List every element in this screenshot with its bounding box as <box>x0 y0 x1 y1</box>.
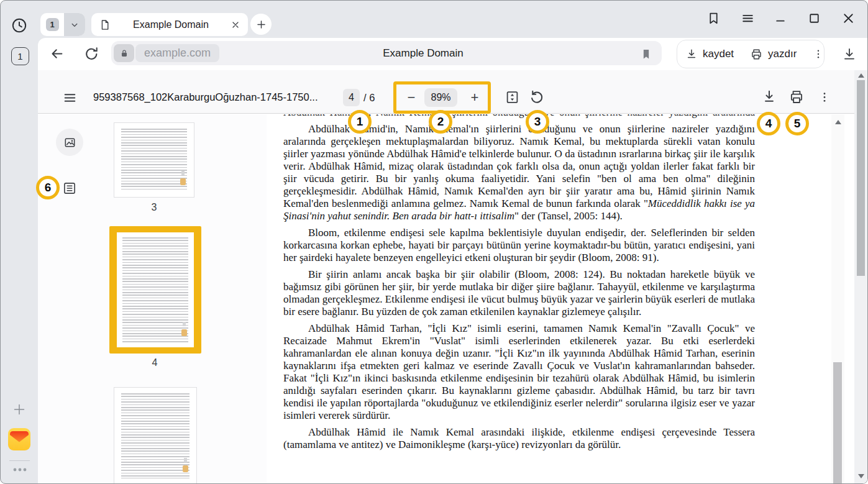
close-window-button[interactable] <box>841 11 857 27</box>
hamburger-icon <box>740 11 756 26</box>
thumbnail-content <box>121 393 190 478</box>
clock-icon <box>11 17 28 34</box>
bookmark-filled-icon <box>640 48 652 60</box>
tab-group-count[interactable]: 1 <box>40 13 64 36</box>
tab-close-icon[interactable] <box>231 20 240 30</box>
pdf-scrollbar-thumb[interactable] <box>833 362 842 484</box>
browser-tab[interactable]: Example Domain <box>91 13 248 36</box>
paragraph: Bir şiirin anlamı ancak başka bir şiir o… <box>283 268 755 318</box>
outline-list-button[interactable] <box>62 180 78 196</box>
chevron-down-icon <box>69 19 80 30</box>
thumbnail-label-3: 3 <box>142 202 167 213</box>
tab-group-expand-button[interactable] <box>64 13 85 36</box>
thumbnail-content <box>121 129 187 191</box>
more-actions-button[interactable] <box>805 40 832 68</box>
pdf-page-content: Abdülhak Hâmid'in, Namık Kemal'ın şiirle… <box>267 114 831 483</box>
picture-icon <box>63 135 77 150</box>
pdf-filename: 959387568_102KaraburguOğuzhan-1745-1750.… <box>93 91 318 103</box>
kebab-menu-icon <box>813 48 824 60</box>
history-button[interactable] <box>11 17 28 34</box>
annotation-badge-6: 6 <box>36 176 60 199</box>
mail-app-button[interactable] <box>8 428 30 450</box>
annotation-badge-5: 5 <box>785 112 809 135</box>
paragraph: Abdülhak Hâmid'in, Namık Kemal'ın şiirle… <box>283 123 755 222</box>
paragraph: Abdülhak Hâmid ile Namık Kemal arasındak… <box>283 426 755 451</box>
download-icon <box>841 46 857 62</box>
plus-icon <box>12 402 27 417</box>
rotate-button[interactable] <box>529 89 546 106</box>
maximize-icon <box>806 11 823 26</box>
browser-window: 1 Example Domain <box>0 0 868 484</box>
browser-scroll-up-arrow[interactable] <box>858 73 864 78</box>
annotation-badge-3: 3 <box>526 110 549 134</box>
sidebar-tab-counter[interactable]: 1 <box>11 47 29 65</box>
reload-button[interactable] <box>83 45 100 62</box>
page-count: / 6 <box>363 92 375 104</box>
pdf-print-button[interactable] <box>788 89 805 105</box>
mail-app-icon <box>8 428 30 450</box>
page-title: Example Domain <box>268 41 578 65</box>
image-view-button[interactable] <box>56 129 83 156</box>
print-label: yazdır <box>768 48 797 60</box>
download-icon <box>761 88 777 105</box>
plus-icon: + <box>471 89 479 106</box>
pdf-download-button[interactable] <box>761 88 777 105</box>
pdf-scroll-up-arrow[interactable] <box>835 120 841 124</box>
thumbnail-label-4: 4 <box>142 357 167 368</box>
annotation-badge-2: 2 <box>429 110 452 134</box>
thumbnail-page-3[interactable] <box>114 122 194 198</box>
paragraph: Abdülhak Hâmid Tarhan, "İçli Kız" isimli… <box>283 322 755 422</box>
save-button[interactable]: kaydet <box>677 40 742 68</box>
minus-icon: − <box>408 89 416 106</box>
rotate-ccw-icon <box>529 89 546 106</box>
rail-more-button[interactable] <box>12 467 27 473</box>
zoom-in-button[interactable]: + <box>467 89 483 106</box>
close-icon <box>841 11 857 26</box>
bookmark-this-page-button[interactable] <box>640 48 652 60</box>
thumbnail-page-4-selected[interactable] <box>109 226 201 354</box>
browser-scrollbar-thumb[interactable] <box>857 80 865 276</box>
new-tab-button[interactable] <box>250 14 272 35</box>
maximize-button[interactable] <box>806 11 823 27</box>
downloads-button[interactable] <box>841 46 857 62</box>
thumbnail-content <box>117 232 194 347</box>
back-button[interactable] <box>48 45 65 62</box>
browser-scroll-down-arrow[interactable] <box>858 474 864 478</box>
side-panels-button[interactable] <box>706 11 722 27</box>
lock-icon <box>119 48 129 58</box>
site-info-button[interactable] <box>114 44 134 62</box>
plus-icon <box>255 19 267 30</box>
browser-menu-button[interactable] <box>740 11 756 27</box>
document-icon <box>99 19 111 31</box>
reload-icon <box>83 45 100 62</box>
download-icon <box>685 48 698 60</box>
zoom-out-button[interactable]: − <box>403 89 419 106</box>
document-text: Abdülhak Hâmid'in, Namık Kemal'ın şiirle… <box>283 114 755 455</box>
list-icon <box>62 180 78 196</box>
url-text[interactable]: example.com <box>135 44 219 62</box>
pdf-sidebar-toggle-button[interactable] <box>62 90 78 106</box>
tab-group-pill[interactable]: 1 <box>40 13 85 36</box>
printer-icon <box>750 48 763 61</box>
paragraph: Bloom, etkilenme endişesi sele kapılma b… <box>283 227 755 264</box>
bookmark-flag-icon <box>706 11 722 26</box>
fit-to-page-button[interactable] <box>504 89 521 106</box>
thumbnail-page-5[interactable] <box>114 387 197 484</box>
print-button[interactable]: yazdır <box>742 40 805 68</box>
fit-page-icon <box>504 89 521 106</box>
printer-icon <box>788 89 805 105</box>
ellipsis-icon <box>12 467 27 473</box>
zoom-level[interactable]: 89% <box>424 88 457 107</box>
page-actions-toolbar: kaydet yazdır <box>677 40 825 68</box>
kebab-menu-icon <box>818 89 831 105</box>
minimize-button[interactable] <box>773 11 789 27</box>
pdf-more-button[interactable] <box>818 89 831 105</box>
tab-title: Example Domain <box>117 19 224 30</box>
rail-divider <box>9 460 30 461</box>
sidebar-add-button[interactable] <box>12 402 27 417</box>
annotation-badge-4: 4 <box>757 112 780 135</box>
arrow-left-icon <box>48 45 65 62</box>
current-page-input[interactable]: 4 <box>343 89 360 106</box>
minimize-icon <box>773 11 789 26</box>
hamburger-icon <box>62 90 78 106</box>
